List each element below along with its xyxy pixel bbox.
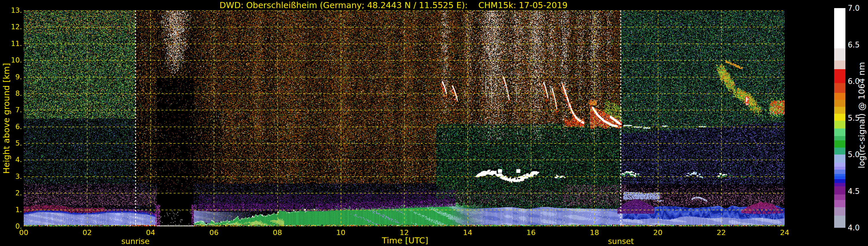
sunrise-label: sunrise [121,237,150,246]
lidar-heatmap-canvas [24,10,785,226]
colorbar-band [834,200,845,207]
colorbar-band [834,163,845,166]
colorbar-band [834,136,845,140]
x-tick-label: 14 [456,228,479,237]
colorbar-band [834,8,845,48]
x-tick-label: 18 [583,228,606,237]
colorbar-band [834,121,845,129]
page-title: DWD: Oberschleißheim (Germany; 48.2443 N… [219,0,567,10]
colorbar-band [834,69,845,83]
colorbar-band [834,60,845,69]
x-tick-label: 12 [393,228,416,237]
y-tick-label: 10. [0,56,22,65]
y-tick-label: 13. [0,6,22,15]
colorbar-band [834,176,845,179]
x-tick-label: 00 [12,228,35,237]
colorbar-band [834,128,845,136]
y-tick-label: 7. [0,105,22,114]
x-tick-label: 06 [202,228,225,237]
y-tick-label: 3. [0,172,22,181]
colorbar-band [834,100,845,107]
x-tick-label: 04 [139,228,162,237]
colorbar-tick-label: 6.5 [848,40,868,49]
y-tick-label: 1. [0,206,22,214]
colorbar-band [834,174,845,177]
colorbar [834,8,845,228]
y-tick-label: 5. [0,139,22,148]
colorbar-band [834,48,845,60]
colorbar-band [834,179,845,183]
colorbar-band [834,167,845,170]
colorbar-tick-label: 5.0 [848,150,868,159]
x-tick-label: 22 [710,228,733,237]
sunset-label: sunset [608,237,634,246]
y-tick-label: 9. [0,73,22,81]
colorbar-tick-label: 4.0 [848,223,868,232]
colorbar-band [834,183,845,186]
colorbar-band [834,216,845,228]
colorbar-band [834,141,845,148]
colorbar-tick-label: 6.0 [848,77,868,86]
colorbar-band [834,148,845,155]
colorbar-tick-label: 4.5 [848,187,868,196]
colorbar-band [834,93,845,100]
x-tick-label: 08 [266,228,289,237]
colorbar-band [834,186,845,194]
y-tick-label: 12. [0,23,22,31]
y-tick-label: 2. [0,189,22,197]
x-tick-label: 20 [646,228,670,237]
x-tick-label: 16 [519,228,542,237]
colorbar-band [834,207,845,216]
y-tick-label: 6. [0,122,22,131]
ceilometer-quicklook-page: { "title": "DWD: Oberschleißheim (German… [0,0,868,246]
colorbar-band [834,170,845,174]
colorbar-tick-label: 5.5 [848,114,868,122]
x-tick-label: 24 [773,228,796,237]
x-tick-label: 10 [329,228,352,237]
colorbar-band [834,114,845,121]
y-tick-label: 11. [0,39,22,48]
x-tick-label: 02 [75,228,99,237]
x-axis-label: Time [UTC] [382,236,428,245]
y-tick-label: 4. [0,155,22,164]
y-tick-label: 8. [0,89,22,98]
colorbar-band [834,83,845,93]
colorbar-band [834,155,845,163]
colorbar-band [834,194,845,200]
colorbar-band [834,107,845,114]
colorbar-tick-label: 7.0 [848,4,868,12]
